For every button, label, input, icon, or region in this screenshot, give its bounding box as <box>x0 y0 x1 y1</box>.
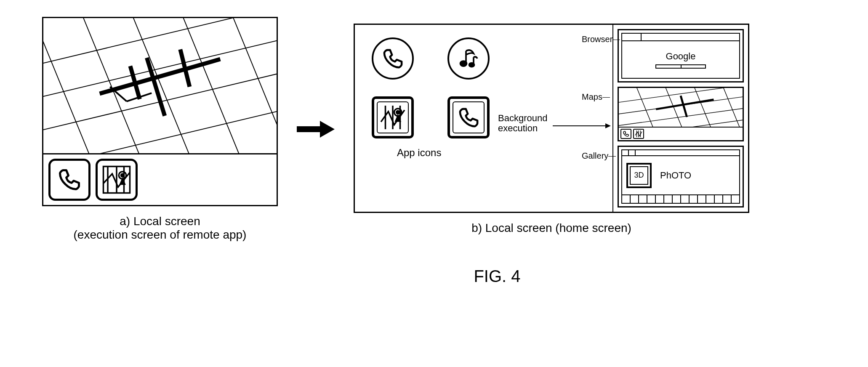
phone-icon <box>381 47 405 70</box>
maps-widget-label: Maps <box>582 92 602 102</box>
svg-line-0 <box>43 18 277 68</box>
gallery-3d-thumb: 3D <box>626 163 652 188</box>
thumb-3d-text: 3D <box>634 171 644 180</box>
svg-line-30 <box>722 88 743 127</box>
svg-line-29 <box>693 88 714 127</box>
svg-line-9 <box>101 60 218 93</box>
phone-icon <box>457 106 480 129</box>
music-app-icon[interactable] <box>447 37 490 80</box>
gallery-photo-text: PhOTO <box>660 170 691 181</box>
gallery-body: 3D PhOTO <box>622 156 739 194</box>
background-execution-label: Background execution <box>498 113 547 133</box>
gallery-widget-label: Gallery <box>582 151 608 161</box>
caption-line-2: (execution screen of remote app) <box>74 228 247 242</box>
browser-body: Google <box>622 41 739 78</box>
figure-label: FIG. 4 <box>143 267 851 286</box>
browser-widget[interactable]: Browser Google <box>618 29 744 82</box>
phone-icon <box>57 167 82 192</box>
svg-line-8 <box>43 18 101 154</box>
browser-page-title: Google <box>666 51 696 62</box>
svg-point-20 <box>394 109 402 116</box>
gallery-filmstrip <box>622 194 739 203</box>
panel-a-caption: a) Local screen (execution screen of rem… <box>74 215 247 242</box>
music-note-icon <box>456 46 481 71</box>
browser-tab <box>625 33 642 40</box>
phone-square-app-icon[interactable] <box>447 96 490 138</box>
browser-tab-bar <box>622 34 739 41</box>
maps-widget-thumbnail <box>619 88 743 128</box>
panel-a-column: a) Local screen (execution screen of rem… <box>42 17 278 242</box>
maps-square-app-icon[interactable] <box>372 96 414 138</box>
svg-point-18 <box>461 61 467 66</box>
map-execution-area <box>43 18 277 154</box>
svg-point-17 <box>121 174 124 177</box>
svg-line-32 <box>681 96 687 117</box>
browser-widget-label: Browser <box>582 35 612 44</box>
figure-4: a) Local screen (execution screen of rem… <box>42 17 851 242</box>
background-execution-arrow-icon <box>553 122 612 130</box>
svg-line-1 <box>43 35 277 101</box>
svg-point-21 <box>397 111 399 114</box>
gallery-widget[interactable]: Gallery 3D PhOTO <box>618 146 744 207</box>
map-street-grid <box>43 18 277 154</box>
app-icons-label: App icons <box>397 147 604 159</box>
gallery-top-strip <box>622 150 739 156</box>
phone-circle-app-icon[interactable] <box>372 37 414 80</box>
local-screen-home: App icons Background execution Browser <box>354 24 749 213</box>
svg-line-4 <box>77 18 152 154</box>
maps-app-icon[interactable] <box>96 159 138 201</box>
panel-b-column: App icons Background execution Browser <box>354 24 749 235</box>
svg-line-3 <box>43 106 277 154</box>
maps-icon <box>102 165 131 194</box>
panel-b-caption: b) Local screen (home screen) <box>471 221 631 235</box>
svg-line-23 <box>619 88 743 104</box>
svg-line-7 <box>226 18 277 154</box>
maps-icon <box>378 103 407 132</box>
caption-line-1: a) Local screen <box>74 215 247 228</box>
home-screen-app-area: App icons Background execution <box>355 25 613 212</box>
maps-widget-tray <box>619 128 743 140</box>
gallery-frame: 3D PhOTO <box>621 149 740 204</box>
search-bar-icon <box>655 64 706 69</box>
map-mini-grid <box>619 88 743 127</box>
local-screen-remote-app <box>42 17 278 206</box>
phone-mini-icon <box>620 129 631 139</box>
phone-app-icon[interactable] <box>48 159 91 201</box>
svg-point-19 <box>469 63 474 67</box>
transition-arrow <box>295 119 337 140</box>
maps-widget[interactable]: Maps <box>618 87 744 141</box>
arrow-right-icon <box>295 119 337 140</box>
taskbar <box>43 154 277 205</box>
maps-mini-icon <box>633 129 644 139</box>
browser-window-chrome: Google <box>621 33 740 79</box>
widget-column: Browser Google Maps <box>613 25 748 212</box>
